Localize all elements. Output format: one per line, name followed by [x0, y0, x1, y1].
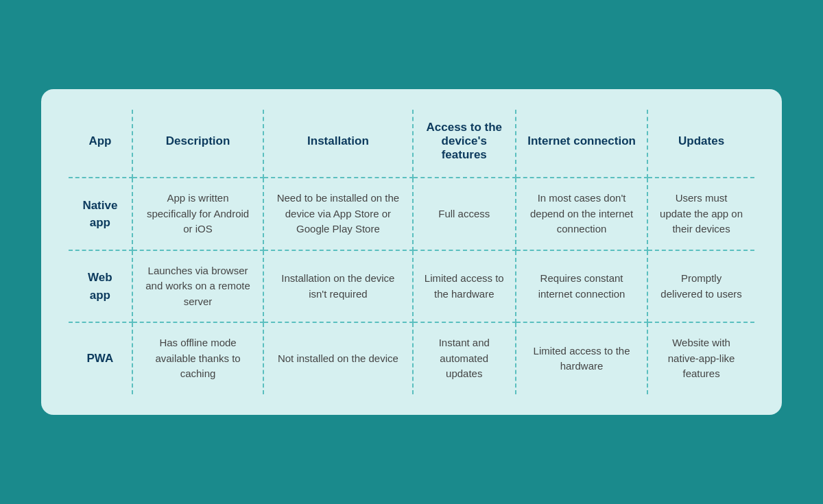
table-row: Web app Launches via browser and works o…	[69, 251, 754, 324]
native-app-internet: In most cases don't depend on the intern…	[516, 178, 648, 251]
table-row: Native app App is written specifically f…	[69, 178, 754, 251]
native-app-installation: Need to be installed on the device via A…	[264, 178, 413, 251]
web-app-label: Web app	[69, 251, 133, 324]
header-description: Description	[133, 110, 264, 178]
pwa-updates: Website with native-app-like features	[648, 323, 754, 394]
web-app-internet: Requires constant internet connection	[516, 251, 648, 324]
pwa-installation: Not installed on the device	[264, 323, 413, 394]
native-app-label: Native app	[69, 178, 133, 251]
header-app: App	[69, 110, 133, 178]
pwa-access: Instant and automated updates	[414, 323, 516, 394]
header-access: Access to the device's features	[414, 110, 516, 178]
pwa-label: PWA	[69, 323, 133, 394]
native-app-access: Full access	[414, 178, 516, 251]
comparison-table-container: App Description Installation Access to t…	[41, 89, 782, 415]
web-app-installation: Installation on the device isn't require…	[264, 251, 413, 324]
comparison-table: App Description Installation Access to t…	[69, 110, 754, 394]
header-updates: Updates	[648, 110, 754, 178]
native-app-updates: Users must update the app on their devic…	[648, 178, 754, 251]
table-row: PWA Has offline mode available thanks to…	[69, 323, 754, 394]
table-header-row: App Description Installation Access to t…	[69, 110, 754, 178]
pwa-description: Has offline mode available thanks to cac…	[133, 323, 264, 394]
web-app-description: Launches via browser and works on a remo…	[133, 251, 264, 324]
web-app-updates: Promptly delivered to users	[648, 251, 754, 324]
native-app-description: App is written specifically for Android …	[133, 178, 264, 251]
header-installation: Installation	[264, 110, 413, 178]
header-internet: Internet connection	[516, 110, 648, 178]
pwa-internet: Limited access to the hardware	[516, 323, 648, 394]
web-app-access: Limited access to the hardware	[414, 251, 516, 324]
